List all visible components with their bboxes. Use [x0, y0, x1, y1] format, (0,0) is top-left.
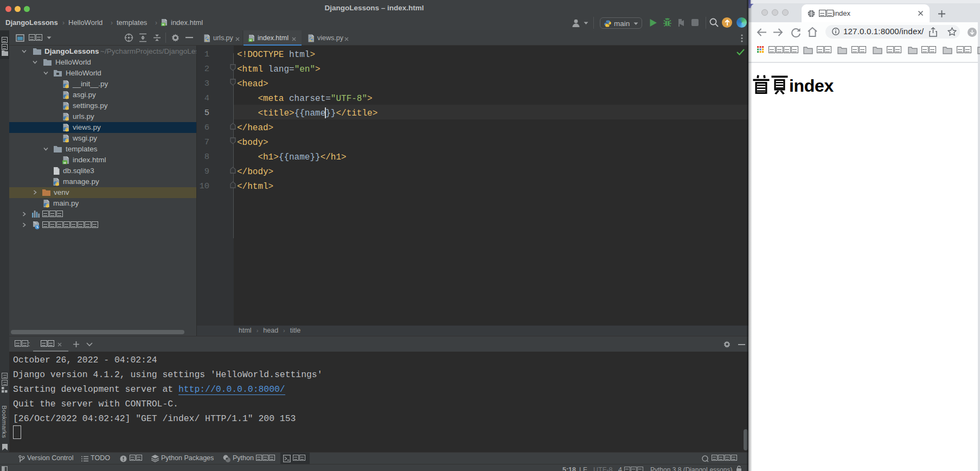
svg-text:H: H — [63, 161, 66, 164]
svg-text:H: H — [162, 23, 164, 26]
svg-text:H: H — [249, 39, 252, 42]
